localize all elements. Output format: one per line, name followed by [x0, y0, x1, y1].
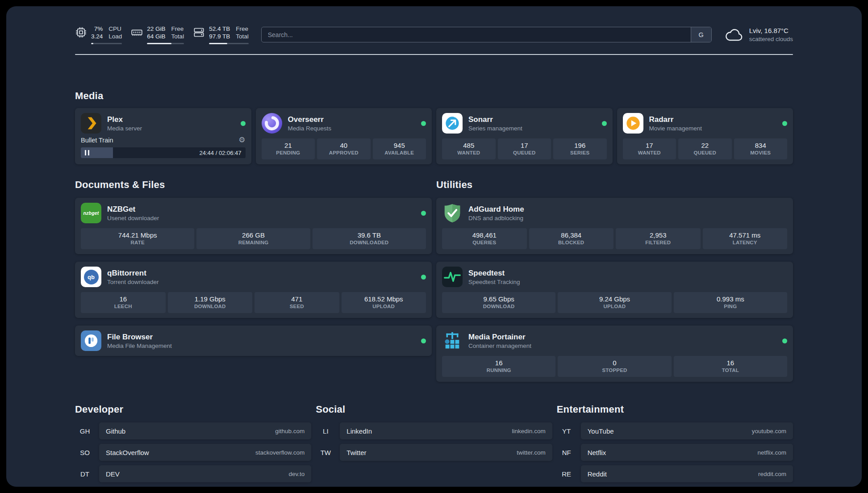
bookmark-link-linkedin[interactable]: LinkedIn linkedin.com: [340, 422, 552, 439]
weather-location: Lviv, 16.87°C: [749, 27, 793, 34]
bookmark-url: dev.to: [289, 471, 305, 477]
section-title-media: Media: [75, 90, 793, 102]
overseerr-icon: [262, 113, 282, 134]
service-card-qbittorrent[interactable]: qb qBittorrent Torrent downloader 16: [75, 262, 432, 318]
stat-label: SEED: [256, 303, 338, 310]
bookmark-row: RE Reddit reddit.com: [557, 465, 793, 482]
bookmark-url: youtube.com: [752, 428, 786, 435]
bookmark-url: github.com: [275, 428, 305, 435]
stat-tile: 196 SERIES: [553, 138, 607, 159]
bookmark-abbr: LI: [316, 427, 335, 435]
service-description: Container management: [468, 342, 531, 350]
status-dot: [602, 121, 607, 126]
top-bar: 7% 3.24 CPU Load: [75, 25, 793, 44]
service-description: Media Requests: [288, 125, 332, 132]
bookmark-abbr: DT: [75, 470, 95, 478]
service-card-portainer[interactable]: Media Portainer Container management 16 …: [436, 326, 793, 382]
stat-value: 47.571 ms: [705, 231, 786, 239]
service-description: Series management: [468, 125, 522, 132]
bookmark-abbr: TW: [316, 449, 335, 456]
status-dot: [782, 338, 787, 343]
stat-label: PING: [676, 303, 785, 310]
bookmark-link-netflix[interactable]: Netflix netflix.com: [581, 444, 793, 461]
memory-icon: [131, 26, 143, 38]
stat-label: DOWNLOADED: [314, 239, 424, 246]
bookmark-name: Twitter: [346, 449, 366, 456]
plex-icon: [81, 113, 101, 134]
bookmark-link-twitter[interactable]: Twitter twitter.com: [340, 444, 552, 461]
section-title-social: Social: [316, 403, 552, 415]
stat-label: PENDING: [263, 150, 313, 156]
service-card-plex[interactable]: Plex Media server Bullet Train ⚙ 24:44 /…: [75, 108, 251, 164]
cpu-percent: 7%: [91, 25, 103, 33]
stat-tile: 47.571 ms LATENCY: [703, 228, 788, 249]
service-description: Media File Management: [107, 342, 172, 350]
stat-label: AVAILABLE: [375, 150, 425, 156]
stat-value: 22: [680, 141, 730, 150]
stat-value: 834: [736, 141, 786, 150]
stat-tile: 9.65 Gbps DOWNLOAD: [442, 292, 555, 313]
service-card-sonarr[interactable]: Sonarr Series management 485 WANTED 17 Q…: [436, 108, 613, 164]
stat-value: 471: [256, 295, 338, 303]
section-documents: Documents & Files nzbget NZBGet Usenet d…: [75, 179, 432, 356]
disk-total-value: 97.9 TB: [209, 33, 230, 40]
pause-icon[interactable]: [85, 150, 89, 155]
stat-value: 0: [559, 359, 669, 367]
cpu-load-label: Load: [108, 33, 122, 40]
memory-monitor: 22 GiB 64 GiB Free Total: [131, 25, 184, 44]
stat-value: 945: [375, 141, 425, 150]
stat-tile: 744.21 Mbps RATE: [81, 228, 194, 249]
bookmark-group-developer: Developer GH Github github.com SO StackO…: [75, 403, 311, 487]
service-card-filebrowser[interactable]: File Browser Media File Management: [75, 326, 432, 356]
service-name: Plex: [107, 115, 142, 124]
bookmark-link-reddit[interactable]: Reddit reddit.com: [581, 465, 793, 482]
search-provider-button[interactable]: G: [691, 27, 711, 42]
stat-tile: 485 WANTED: [442, 138, 496, 159]
stat-label: APPROVED: [319, 150, 369, 156]
stat-tile: 945 AVAILABLE: [373, 138, 426, 159]
stat-value: 40: [319, 141, 369, 150]
bookmark-group-entertainment: Entertainment YT YouTube youtube.com NF …: [557, 403, 793, 487]
bookmark-name: Github: [106, 427, 125, 435]
service-card-radarr[interactable]: Radarr Movie management 17 WANTED 22 QUE…: [617, 108, 793, 164]
stat-label: DOWNLOAD: [444, 303, 554, 310]
stat-tile: 17 QUEUED: [498, 138, 551, 159]
disk-free-value: 52.4 TB: [209, 25, 230, 33]
section-title-utilities: Utilities: [436, 179, 793, 191]
service-card-overseerr[interactable]: Overseerr Media Requests 21 PENDING 40 A…: [256, 108, 432, 164]
stat-label: QUERIES: [444, 239, 525, 246]
stat-value: 39.6 TB: [314, 231, 424, 239]
stat-label: DOWNLOAD: [170, 303, 251, 310]
system-monitors: 7% 3.24 CPU Load: [75, 25, 249, 44]
stat-tile: 17 WANTED: [623, 138, 676, 159]
bookmark-url: stackoverflow.com: [255, 449, 305, 456]
memory-total-label: Total: [171, 33, 184, 40]
nzbget-icon: nzbget: [81, 203, 101, 223]
bookmark-link-github[interactable]: Github github.com: [99, 422, 311, 439]
stat-tile: 22 QUEUED: [678, 138, 732, 159]
bookmark-group-social: Social LI LinkedIn linkedin.com TW Twitt…: [316, 403, 552, 465]
stat-tile: 618.52 Mbps UPLOAD: [342, 292, 426, 313]
bookmark-name: Netflix: [588, 449, 606, 456]
bookmark-link-youtube[interactable]: YouTube youtube.com: [581, 422, 793, 439]
stat-tile: 16 LEECH: [81, 292, 166, 313]
bookmark-link-dev[interactable]: DEV dev.to: [99, 465, 311, 482]
search-input[interactable]: [262, 27, 691, 42]
bookmark-abbr: YT: [557, 427, 576, 435]
playback-progress-bar[interactable]: 24:44 / 02:06:47: [81, 147, 246, 158]
stat-value: 1.19 Gbps: [170, 295, 251, 303]
service-card-adguard[interactable]: AdGuard Home DNS and adblocking 498,461 …: [436, 198, 793, 254]
section-utilities: Utilities: [436, 179, 793, 382]
gear-icon[interactable]: ⚙: [238, 136, 245, 144]
service-card-nzbget[interactable]: nzbget NZBGet Usenet downloader 744.21 M…: [75, 198, 432, 254]
bookmark-link-stackoverflow[interactable]: StackOverflow stackoverflow.com: [99, 444, 311, 461]
stat-tile: 266 GB REMAINING: [196, 228, 310, 249]
cpu-label: CPU: [108, 25, 122, 33]
stat-label: UPLOAD: [559, 303, 669, 310]
stat-tile: 9.24 Gbps UPLOAD: [558, 292, 671, 313]
bookmark-row: GH Github github.com: [75, 422, 311, 439]
search-bar[interactable]: G: [261, 27, 712, 42]
service-card-speedtest[interactable]: Speedtest Speedtest Tracking 9.65 Gbps D…: [436, 262, 793, 318]
now-playing-title: Bullet Train: [81, 137, 113, 144]
service-name: Speedtest: [468, 268, 520, 278]
